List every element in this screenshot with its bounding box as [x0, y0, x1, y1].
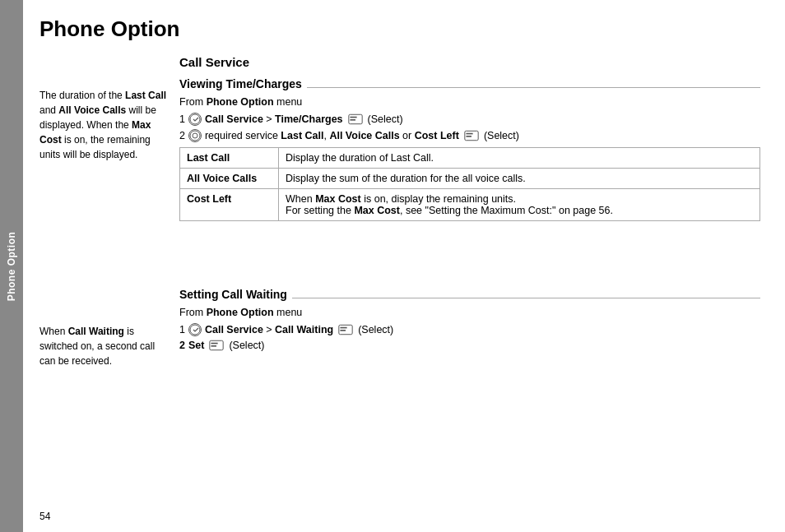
- svg-point-4: [190, 131, 200, 141]
- s2-step2-select-icon: [209, 340, 224, 351]
- svg-rect-11: [341, 327, 347, 329]
- info-table: Last Call Display the duration of Last C…: [179, 147, 760, 221]
- page-number: 54: [39, 511, 50, 522]
- section1-row: The duration of the Last Call and All Vo…: [39, 55, 760, 283]
- step2-circle-icon: [188, 129, 202, 142]
- table-cell-value-3: When Max Cost is on, display the remaini…: [279, 189, 760, 221]
- step1-num: 1: [179, 113, 185, 125]
- svg-rect-2: [350, 117, 356, 118]
- section2-from: From Phone Option menu: [179, 307, 760, 318]
- svg-rect-15: [211, 345, 217, 347]
- table-cell-value-2: Display the sum of the duration for the …: [279, 169, 760, 189]
- table-cell-label-1: Last Call: [180, 148, 279, 169]
- setting-heading-dots: [292, 298, 760, 298]
- section2-step1: 1 Call Service > Call Waiting (Select): [179, 323, 760, 336]
- call-service-heading: Call Service: [179, 55, 760, 69]
- s2-step1-circle-icon: [188, 323, 202, 336]
- side-tab: Phone Option: [0, 0, 23, 532]
- svg-rect-14: [211, 343, 218, 345]
- table-cell-label-3: Cost Left: [180, 189, 279, 221]
- table-cell-label-2: All Voice Calls: [180, 169, 279, 189]
- section1-left-note: The duration of the Last Call and All Vo…: [39, 55, 179, 283]
- section2-left-note: When Call Waiting is switched on, a seco…: [39, 288, 179, 516]
- table-row: Cost Left When Max Cost is on, display t…: [180, 189, 760, 221]
- svg-point-9: [190, 325, 200, 335]
- section2-row: When Call Waiting is switched on, a seco…: [39, 288, 760, 516]
- table-row: Last Call Display the duration of Last C…: [180, 148, 760, 169]
- section1-step1: 1 Call Service > Time/Charges (Select): [179, 113, 760, 126]
- table-cell-value-1: Display the duration of Last Call.: [279, 148, 760, 169]
- section1-doc: Call Service Viewing Time/Charges From P…: [179, 55, 760, 283]
- step1-select-icon: [348, 113, 363, 125]
- viewing-heading-row: Viewing Time/Charges: [179, 77, 760, 91]
- section2-note-text: When Call Waiting is switched on, a seco…: [39, 326, 155, 367]
- table-row: All Voice Calls Display the sum of the d…: [180, 169, 760, 189]
- svg-rect-3: [350, 119, 355, 121]
- s2-step1-num: 1: [179, 324, 185, 335]
- setting-heading-row: Setting Call Waiting: [179, 288, 760, 302]
- svg-rect-12: [341, 330, 346, 331]
- s2-step2-num: 2: [179, 340, 185, 351]
- s2-step1-select-icon: [338, 324, 353, 335]
- step2-num: 2: [179, 130, 185, 141]
- section1-from: From Phone Option menu: [179, 96, 760, 108]
- section2-step2: 2 Set (Select): [179, 340, 760, 351]
- svg-rect-8: [466, 136, 471, 137]
- section1-step2: 2 required service Last Call, All Voice …: [179, 129, 760, 142]
- viewing-heading-text: Viewing Time/Charges: [179, 77, 302, 90]
- step1-circle-icon: [188, 113, 202, 126]
- svg-rect-7: [466, 133, 472, 135]
- side-tab-label: Phone Option: [6, 231, 17, 301]
- page-title: Phone Option: [39, 16, 760, 42]
- setting-heading-text: Setting Call Waiting: [179, 288, 287, 301]
- svg-point-5: [193, 133, 197, 138]
- svg-point-0: [190, 114, 200, 124]
- main-content: Phone Option The duration of the Last Ca…: [23, 0, 785, 532]
- section2-doc: Setting Call Waiting From Phone Option m…: [179, 288, 760, 516]
- step2-select-icon: [464, 130, 479, 141]
- section1-note-text: The duration of the Last Call and All Vo…: [39, 90, 166, 160]
- viewing-heading-dots: [307, 87, 760, 88]
